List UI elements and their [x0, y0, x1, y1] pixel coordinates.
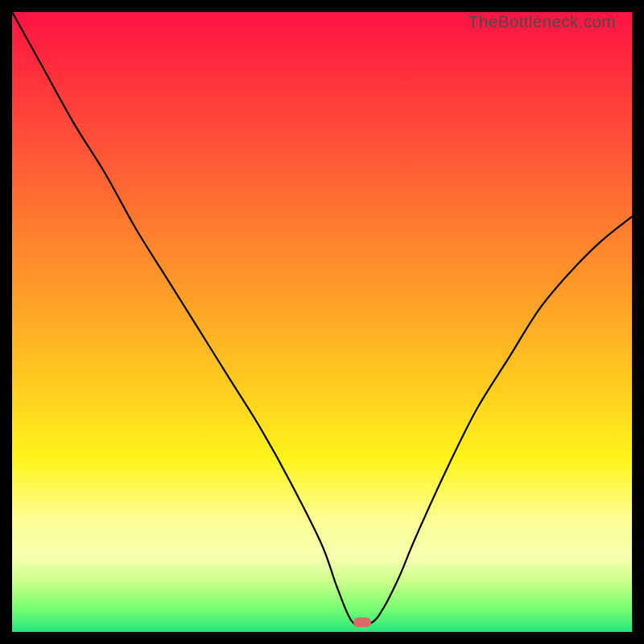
plot-area: TheBottleneck.com — [12, 12, 632, 632]
optimal-marker — [353, 617, 371, 627]
bottleneck-curve — [12, 12, 632, 632]
chart-frame: TheBottleneck.com — [0, 0, 644, 644]
